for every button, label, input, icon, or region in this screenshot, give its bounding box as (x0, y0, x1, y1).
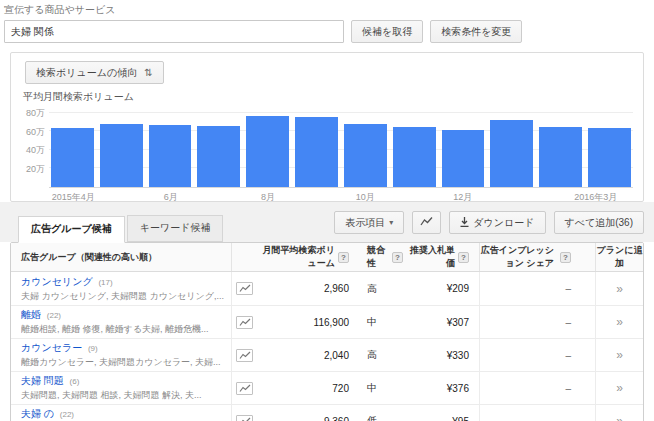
tab-ad-group-ideas[interactable]: 広告グループ候補 (18, 216, 125, 243)
keywords-preview: 離婚相談, 離婚 修復, 離婚する夫婦, 離婚危機... (21, 323, 225, 336)
x-axis-label: 6月 (164, 191, 178, 204)
ad-group-link[interactable]: カウンセラー (21, 342, 82, 353)
x-axis-label: 2016年3月 (574, 191, 617, 204)
chart-x-axis: 2015年4月6月8月10月12月2016年3月 (49, 188, 633, 202)
ad-group-link[interactable]: 夫婦 問題 (21, 375, 64, 386)
suggested-bid-value: ¥376 (403, 383, 479, 394)
help-icon[interactable]: ? (338, 252, 349, 263)
y-axis-label: 60万 (26, 125, 45, 138)
chart-y-axis: 20万40万60万80万 (17, 108, 49, 188)
chart-type-dropdown[interactable]: 検索ボリュームの傾向 ⇅ (25, 61, 164, 84)
suggested-bid-value: ¥95 (403, 416, 479, 421)
chart-title: 平均月間検索ボリューム (23, 90, 633, 104)
download-icon (460, 217, 469, 229)
ad-group-link[interactable]: 離婚 (21, 309, 41, 320)
competition-value: 中 (357, 315, 403, 329)
tab-keyword-ideas[interactable]: キーワード候補 (127, 215, 224, 242)
add-to-plan-button[interactable]: » (616, 282, 623, 296)
x-axis-label: 12月 (453, 191, 472, 204)
keyword-count: (22) (60, 410, 74, 419)
add-all-button[interactable]: すべて追加(36) (554, 211, 645, 234)
results-toolbar: 表示項目 ▾ ダウンロード すべて追加(36) (326, 211, 644, 234)
keyword-search-input[interactable] (4, 20, 344, 43)
add-to-plan-button[interactable]: » (616, 348, 623, 362)
avg-monthly-searches-value: 2,960 (257, 283, 357, 294)
chart-bar (442, 130, 485, 187)
ad-group-ideas-table: 広告グループ（関連性の高い順） 月間平均検索ボリューム ? 競合性 ? 推奨入札… (10, 242, 644, 421)
avg-monthly-searches-value: 720 (257, 383, 357, 394)
header-competition-label: 競合性 (367, 244, 389, 270)
y-axis-label: 80万 (26, 106, 45, 119)
chart-view-button[interactable] (412, 211, 441, 234)
x-axis-label: 10月 (356, 191, 375, 204)
header-avg-monthly-searches: 月間平均検索ボリューム ? (257, 244, 357, 270)
download-button[interactable]: ダウンロード (449, 211, 545, 234)
keywords-preview: 夫婦問題, 夫婦問題 相談, 夫婦問題 解決, 夫... (21, 389, 225, 402)
header-avg-monthly-searches-label: 月間平均検索ボリューム (257, 244, 335, 270)
table-row: 離婚 (22) 離婚相談, 離婚 修復, 離婚する夫婦, 離婚危機... 116… (11, 305, 643, 338)
ad-impression-share-value: – (565, 350, 571, 361)
header-ad-impression-share-label: 広告インプレッション シェア (480, 244, 554, 270)
add-to-plan-button[interactable]: » (616, 315, 623, 329)
help-icon[interactable]: ? (392, 252, 403, 263)
chart-bar (197, 126, 240, 187)
chart-bar (393, 127, 436, 187)
header-competition: 競合性 ? (357, 244, 403, 270)
table-body: カウンセリング (17) 夫婦 カウンセリング, 夫婦問題 カウンセリング,..… (11, 272, 643, 421)
ad-group-link[interactable]: 夫婦 の (21, 408, 54, 419)
header-trend-column (231, 243, 257, 271)
header-ad-group-label: 広告グループ（関連性の高い順） (21, 251, 157, 264)
trend-chart-icon[interactable] (236, 282, 253, 295)
header-add-to-plan: プランに追加 (595, 243, 643, 271)
caret-down-icon: ▾ (389, 218, 393, 227)
help-icon[interactable]: ? (560, 252, 571, 263)
tabs-toolbar-band: 広告グループ候補キーワード候補 表示項目 ▾ ダウンロード すべて追加(36) (0, 202, 654, 242)
suggested-bid-value: ¥330 (403, 350, 479, 361)
competition-value: 低 (357, 414, 403, 421)
keyword-count: (17) (98, 278, 112, 287)
x-axis-label: 8月 (261, 191, 275, 204)
header-suggested-bid-label: 推奨入札単価 (403, 244, 455, 270)
modify-search-button[interactable]: 検索条件を変更 (430, 20, 522, 43)
search-volume-panel: 検索ボリュームの傾向 ⇅ 平均月間検索ボリューム 20万40万60万80万 20… (10, 52, 644, 202)
get-ideas-button[interactable]: 候補を取得 (351, 20, 423, 43)
help-icon[interactable]: ? (458, 252, 469, 263)
suggested-bid-value: ¥307 (403, 317, 479, 328)
chart-bars (51, 108, 631, 187)
table-row: カウンセラー (9) 離婚カウンセラー, 夫婦問題カウンセラー, 夫婦... 2… (11, 338, 643, 371)
table-header-row: 広告グループ（関連性の高い順） 月間平均検索ボリューム ? 競合性 ? 推奨入札… (11, 243, 643, 272)
trend-chart-icon[interactable] (236, 415, 253, 421)
trend-chart-icon[interactable] (236, 316, 253, 329)
search-volume-chart: 20万40万60万80万 2015年4月6月8月10月12月2016年3月 (17, 106, 633, 202)
avg-monthly-searches-value: 116,900 (257, 317, 357, 328)
competition-value: 高 (357, 282, 403, 296)
chart-bar (490, 120, 533, 187)
trend-chart-icon[interactable] (236, 382, 253, 395)
add-to-plan-button[interactable]: » (616, 381, 623, 395)
chart-bar (149, 125, 192, 187)
keyword-count: (9) (88, 344, 98, 353)
keywords-preview: 夫婦 カウンセリング, 夫婦問題 カウンセリング,... (21, 290, 225, 303)
header-ad-group: 広告グループ（関連性の高い順） (11, 249, 231, 266)
keyword-count: (6) (70, 377, 80, 386)
sort-arrows-icon: ⇅ (144, 67, 152, 78)
chart-type-dropdown-label: 検索ボリュームの傾向 (36, 66, 137, 80)
chart-bar (246, 116, 289, 187)
search-field-label: 宣伝する商品やサービス (4, 3, 654, 17)
ad-group-link[interactable]: カウンセリング (21, 276, 93, 287)
chart-bar (51, 128, 94, 187)
keywords-preview: 離婚カウンセラー, 夫婦問題カウンセラー, 夫婦... (21, 356, 225, 369)
ad-impression-share-value: – (565, 317, 571, 328)
y-axis-label: 40万 (26, 144, 45, 157)
add-to-plan-button[interactable]: » (616, 414, 623, 421)
columns-button[interactable]: 表示項目 ▾ (334, 211, 404, 234)
line-chart-icon (420, 216, 433, 229)
trend-chart-icon[interactable] (236, 349, 253, 362)
chart-bar (100, 124, 143, 187)
chart-bar (539, 127, 582, 187)
download-button-label: ダウンロード (473, 216, 534, 230)
chart-plot-area (49, 108, 633, 188)
search-topbar: 宣伝する商品やサービス 候補を取得 検索条件を変更 (0, 0, 654, 46)
competition-value: 中 (357, 381, 403, 395)
header-add-to-plan-label: プランに追加 (596, 244, 643, 270)
